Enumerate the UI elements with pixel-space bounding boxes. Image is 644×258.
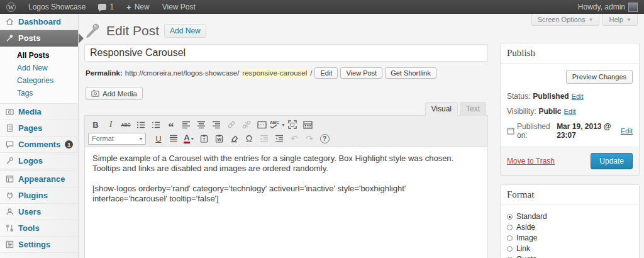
editor-text-line: interface='hcarousel' tooltip='false'] (92, 194, 480, 204)
collapse-menu-button[interactable]: ◀ Collapse menu (0, 253, 78, 258)
published-value: Mar 19, 2013 @ 23:07 (557, 122, 618, 140)
chevron-down-icon: ▾ (191, 136, 194, 142)
wordpress-menu[interactable]: W (0, 0, 22, 14)
spellcheck-icon[interactable]: ABC ▾ (270, 119, 284, 131)
preview-changes-button[interactable]: Preview Changes (566, 70, 633, 84)
more-tag-icon[interactable] (255, 119, 269, 131)
submenu-add-new[interactable]: Add New (0, 62, 78, 74)
adminbar-view-post-link[interactable]: View Post (156, 0, 202, 14)
sidebar-item-pages[interactable]: Pages (0, 120, 78, 137)
edit-visibility-link[interactable]: Edit (564, 108, 575, 115)
submenu-tags[interactable]: Tags (0, 87, 78, 99)
visibility-value: Public (538, 107, 561, 116)
edit-post-pushpin-icon (84, 22, 101, 39)
main-content: Screen Options ▼ Help ▼ Edit Post Add Ne… (79, 14, 644, 258)
justify-icon[interactable] (167, 133, 180, 145)
tools-icon (5, 224, 14, 233)
indent-icon[interactable] (272, 133, 286, 145)
visibility-label: Visibility: (507, 107, 536, 116)
settings-icon (5, 240, 14, 249)
format-option-link[interactable]: Link (507, 244, 633, 253)
visual-tab[interactable]: Visual (425, 102, 458, 116)
paste-from-word-icon[interactable]: W (212, 133, 226, 145)
numbered-list-icon[interactable] (149, 119, 163, 131)
edit-published-link[interactable]: Edit (621, 127, 633, 135)
page-title: Edit Post (106, 23, 159, 38)
sidebar-item-plugins[interactable]: Plugins (0, 188, 78, 204)
format-option-image[interactable]: Image (507, 233, 633, 242)
edit-permalink-button[interactable]: Edit (314, 67, 338, 79)
italic-icon[interactable]: I (104, 119, 118, 131)
radio-icon[interactable] (507, 235, 513, 241)
sidebar-label-comments: Comments (18, 140, 60, 149)
outdent-icon[interactable] (257, 133, 271, 145)
submenu-categories[interactable]: Categories (0, 74, 78, 87)
edit-status-link[interactable]: Edit (572, 93, 584, 100)
underline-icon[interactable]: U (152, 133, 165, 145)
update-button[interactable]: Update (591, 153, 633, 169)
sidebar-item-dashboard[interactable]: Dashboard (0, 14, 78, 30)
format-option-aside[interactable]: Aside (507, 223, 633, 232)
sidebar-item-logos[interactable]: Logos (0, 153, 78, 169)
editor-paragraph: Simple example of a Carousel with the en… (92, 154, 480, 174)
add-new-button[interactable]: Add New (164, 24, 206, 38)
screen-options-tab[interactable]: Screen Options ▼ (531, 14, 600, 26)
user-avatar (628, 3, 638, 12)
strikethrough-icon[interactable]: ABC (119, 119, 133, 131)
align-right-icon[interactable] (209, 119, 223, 131)
sidebar-item-settings[interactable]: Settings (0, 237, 78, 253)
help-tab[interactable]: Help ▼ (602, 14, 638, 26)
fullscreen-icon[interactable] (286, 119, 299, 131)
bold-icon[interactable]: B (89, 119, 103, 131)
special-character-icon[interactable]: Ω (242, 133, 256, 145)
undo-icon[interactable]: ↶ (287, 133, 301, 145)
kitchen-sink-icon[interactable] (301, 119, 314, 131)
submenu-all-posts[interactable]: All Posts (0, 49, 78, 62)
view-post-button[interactable]: View Post (340, 67, 382, 79)
bullet-list-icon[interactable] (134, 119, 148, 131)
post-title-input[interactable] (84, 44, 488, 62)
format-option-standard[interactable]: Standard (507, 212, 633, 221)
get-shortlink-button[interactable]: Get Shortlink (385, 67, 436, 79)
align-left-icon[interactable] (179, 119, 193, 131)
media-icon (5, 108, 14, 116)
blockquote-icon[interactable]: “ (164, 119, 178, 131)
sidebar-item-media[interactable]: Media (0, 104, 78, 120)
sidebar-item-tools[interactable]: Tools (0, 220, 78, 237)
sidebar-item-comments[interactable]: Comments 1 (0, 137, 78, 153)
add-media-button[interactable]: Add Media (86, 87, 143, 100)
comments-icon (5, 140, 14, 149)
format-option-quote[interactable]: Quote (507, 255, 633, 258)
plus-icon: + (126, 3, 131, 12)
editor-content-area[interactable]: Simple example of a Carousel with the en… (85, 147, 487, 258)
move-to-trash-link[interactable]: Move to Trash (507, 157, 555, 165)
radio-checked-icon[interactable] (507, 214, 513, 220)
editor-text-line: Tooltips and links are disabled and imag… (92, 164, 480, 174)
sidebar-label-logos: Logos (18, 156, 43, 165)
paste-as-text-icon[interactable]: T (197, 133, 211, 145)
admin-sidebar: Dashboard Posts All Posts Add New Catego… (0, 14, 79, 258)
adminbar-new-menu[interactable]: + New (120, 0, 156, 14)
radio-icon[interactable] (507, 246, 513, 252)
sidebar-item-posts[interactable]: Posts (0, 30, 78, 47)
calendar-icon (507, 127, 514, 135)
redo-icon[interactable]: ↷ (303, 133, 316, 145)
site-name-link[interactable]: Logos Showcase (22, 0, 92, 14)
format-option-label: Image (516, 233, 537, 242)
add-media-label: Add Media (103, 90, 137, 98)
unlink-icon[interactable] (240, 119, 253, 131)
adminbar-comments-link[interactable]: 1 (92, 0, 120, 14)
remove-formatting-icon[interactable] (227, 133, 241, 145)
format-select[interactable]: Format ▾ (88, 133, 146, 145)
chevron-down-icon: ▼ (589, 17, 594, 23)
align-center-icon[interactable] (194, 119, 208, 131)
sidebar-item-users[interactable]: Users (0, 204, 78, 220)
editor-help-icon[interactable]: ? (318, 133, 331, 145)
sidebar-item-appearance[interactable]: Appearance (0, 171, 78, 188)
radio-icon[interactable] (507, 225, 513, 230)
published-label: Published on: (517, 122, 554, 140)
text-color-icon[interactable]: A ▾ (182, 133, 196, 145)
text-tab[interactable]: Text (460, 102, 486, 116)
my-account-menu[interactable]: Howdy, admin (572, 0, 644, 14)
insert-link-icon[interactable] (225, 119, 238, 131)
